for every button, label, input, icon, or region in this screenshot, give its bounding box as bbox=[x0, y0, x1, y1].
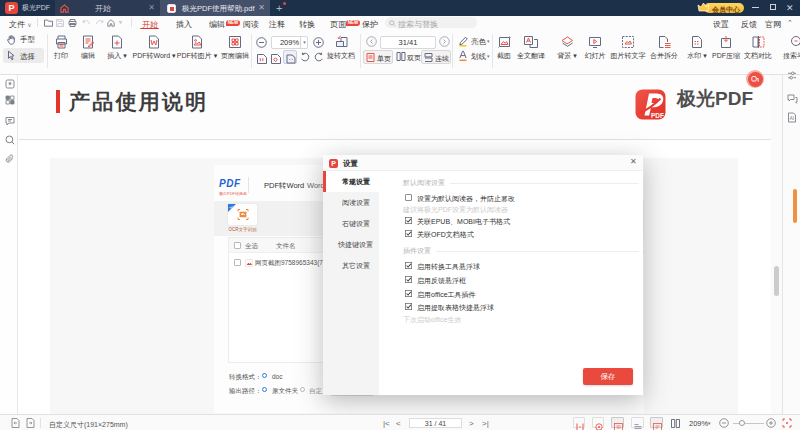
svg-text:PDF: PDF bbox=[651, 112, 664, 119]
svg-text:AI: AI bbox=[790, 115, 795, 121]
